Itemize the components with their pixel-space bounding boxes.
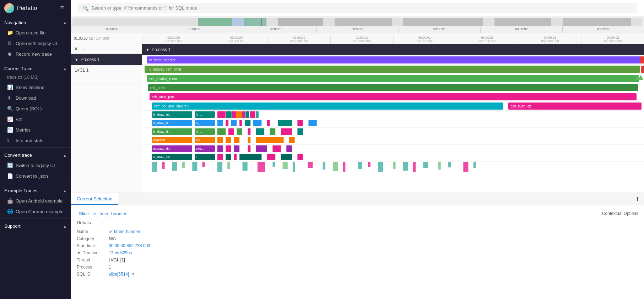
db-2 — [226, 111, 232, 118]
canvas-tick-3: 00:00:01858 000 000 — [330, 36, 393, 44]
track-row-dense-6[interactable]: lv_draw_sw... l... — [142, 153, 644, 162]
sidebar-item-show-timeline[interactable]: 📊 Show timeline — [0, 82, 71, 93]
detail-row-duration: ▼Duration 13ms 629us — [77, 249, 638, 256]
svg-rect-33 — [234, 154, 237, 160]
svg-rect-42 — [192, 162, 197, 171]
sidebar-item-switch-legacy[interactable]: 🔄 Switch to legacy UI — [0, 160, 71, 171]
dense-3-bar-1[interactable]: lv_draw_d... — [152, 128, 192, 135]
sidebar-item-info-stats[interactable]: ℹ Info and stats — [0, 135, 71, 146]
detail-key-sqlid: SQL ID — [77, 271, 109, 278]
track-row-6[interactable]: refr_obj_and_children call_flush_cb — [142, 101, 644, 111]
track-row-dense-3[interactable]: lv_draw_d... lv_... — [142, 128, 644, 136]
svg-rect-23 — [289, 137, 295, 143]
convert-trace-section-header[interactable]: Convert trace ▲ — [0, 149, 71, 160]
search-bar[interactable]: 🔍 — [78, 3, 637, 13]
track-row-4[interactable]: refr_area — [142, 83, 644, 92]
dense-4-bar-1[interactable]: dispatch — [152, 137, 192, 143]
svg-rect-51 — [308, 162, 313, 168]
track-label-row-4 — [71, 101, 142, 109]
track-bar-refr-invalid-areas[interactable]: refr_invalid_areas — [147, 75, 639, 82]
search-input[interactable] — [91, 5, 633, 11]
tick-0: 00:00:00 — [71, 27, 153, 33]
current-trace-section-header[interactable]: Current Trace ▲ — [0, 62, 71, 73]
track-bar-lv-display-refr-timer[interactable]: _lv_display_refr_timer — [145, 66, 640, 73]
detail-link-duration[interactable]: 13ms 629us — [109, 250, 132, 255]
track-row-dense-4[interactable]: dispatch dis... — [142, 136, 644, 145]
svg-rect-9 — [308, 120, 316, 126]
track-label-row-7 — [71, 126, 142, 135]
dense-6-bar-2[interactable]: l... — [195, 154, 215, 160]
track-row-dense-5[interactable]: execute_dr... exe... — [142, 145, 644, 153]
detail-link-name[interactable]: lv_timer_handler — [109, 229, 140, 234]
track-row-2[interactable]: _lv_display_refr_timer — [142, 65, 644, 74]
sidebar-item-viz[interactable]: 📈 Viz — [0, 114, 71, 124]
detail-link-starttime[interactable]: 00:00:00.852 738 000 — [109, 243, 150, 248]
track-bar-lv-timer-handler[interactable]: lv_timer_handler — [147, 56, 642, 63]
track-row-dense-2[interactable]: lv_draw_di... lv_... — [142, 119, 644, 128]
open-android-icon: 🤖 — [7, 198, 13, 204]
expand-icon[interactable]: ≡ — [82, 46, 85, 52]
svg-rect-50 — [293, 162, 295, 172]
process-name: Process 1 — [81, 57, 99, 62]
dense-bar-1[interactable]: lv_draw_re... — [152, 111, 192, 118]
dense-bar-2[interactable]: lv_... — [195, 111, 215, 118]
example-chevron-icon: ▲ — [63, 189, 67, 193]
tick-5: 00:00:02 — [480, 27, 562, 33]
dense-3-bar-2[interactable]: lv_... — [195, 128, 215, 135]
trace-view: 01:03:53 827 147 000 ✕ ≡ ▼ Process 1 LVG — [71, 33, 644, 193]
track-row-dense-1[interactable]: lv_draw_re... lv_... — [142, 111, 644, 119]
support-section-header[interactable]: Support ▲ — [0, 220, 71, 231]
track-row-5[interactable]: refr_area_part — [142, 92, 644, 101]
dense-2-bar-2[interactable]: lv_... — [195, 120, 215, 126]
svg-rect-40 — [172, 162, 177, 171]
tab-current-selection[interactable]: Current Selection — [71, 193, 118, 205]
sidebar-item-open-trace[interactable]: 📁 Open trace file — [0, 27, 71, 38]
track-bar-refr-area[interactable]: refr_area — [148, 84, 638, 91]
dense-4-bar-2[interactable]: dis... — [195, 137, 215, 143]
sidebar-item-metrics[interactable]: 📉 Metrics — [0, 124, 71, 135]
sidebar-item-query-sql[interactable]: 🔍 Query (SQL) — [0, 103, 71, 114]
track-bar-refr-obj-children[interactable]: refr_obj_and_children — [152, 103, 503, 110]
sidebar: Navigation ▲ 📁 Open trace file 🖥 Open wi… — [0, 16, 71, 299]
sidebar-item-open-android[interactable]: 🤖 Open Android example — [0, 195, 71, 206]
track-row-3[interactable]: refr_invalid_areas — [142, 74, 644, 83]
track-bar-refr-area-part[interactable]: refr_area_part — [150, 93, 637, 100]
track-row-flame[interactable] — [142, 162, 644, 172]
track-bar-call-flush-cb[interactable]: call_flush_cb — [508, 103, 641, 110]
process-header-label: ▼ Process 1 — [71, 54, 142, 65]
dense-5-bar-2[interactable]: exe... — [195, 145, 215, 152]
open-android-label: Open Android example — [16, 198, 63, 204]
svg-rect-57 — [378, 162, 383, 172]
dense-3-bar-group — [217, 128, 493, 135]
sidebar-item-download[interactable]: ⬇ Download — [0, 93, 71, 103]
dense-2-bar-1[interactable]: lv_draw_di... — [152, 120, 192, 126]
app-header: Perfetto ≡ 🔍 — [0, 0, 644, 16]
nav-section-header[interactable]: Navigation ▲ — [0, 16, 71, 27]
track-canvas[interactable]: 00:00:00852 000 000 00:00:00854 000 000 … — [142, 33, 644, 193]
sidebar-item-convert-json[interactable]: 📄 Convert to .json — [0, 171, 71, 181]
svg-rect-61 — [423, 162, 428, 168]
dense-5-bar-1[interactable]: execute_dr... — [152, 145, 192, 152]
duration-collapse-icon[interactable]: ▼ — [77, 250, 81, 255]
contextual-options-label[interactable]: Contextual Options — [602, 211, 638, 216]
pin-button[interactable]: ⬆ — [631, 194, 644, 205]
track-row-1[interactable]: lv_timer_handler — [142, 55, 644, 65]
sidebar-item-open-chrome[interactable]: 🌐 Open Chrome example — [0, 206, 71, 217]
selection-tabs: Current Selection ⬆ — [71, 193, 644, 205]
dense-6-bar-1[interactable]: lv_draw_sw... — [152, 154, 192, 160]
open-trace-icon: 📁 — [7, 30, 13, 35]
canvas-process-header: ▼ Process 1 — [142, 44, 644, 55]
collapse-icon[interactable]: ✕ — [74, 46, 79, 52]
overview-ruler: 00:00:00 00:00:00 00:00:01 00:00:01 00:0… — [71, 16, 644, 33]
sidebar-item-record-trace[interactable]: ⏺ Record new trace — [0, 49, 71, 59]
detail-link-sqlid[interactable]: slice[5514] — [109, 272, 129, 277]
sidebar-item-open-legacy[interactable]: 🖥 Open with legacy UI — [0, 38, 71, 49]
example-traces-section-header[interactable]: Example Traces ▲ — [0, 184, 71, 195]
timeline-area: 00:00:00 00:00:00 00:00:01 00:00:01 00:0… — [71, 16, 644, 193]
hamburger-button[interactable]: ≡ — [57, 3, 67, 13]
detail-val-starttime: 00:00:00.852 738 000 — [109, 242, 638, 249]
detail-row-category: Category N/A — [77, 235, 638, 242]
sqlid-dropdown-btn[interactable]: ▼ — [131, 272, 135, 277]
detail-row-starttime: Start time 00:00:00.852 738 000 — [77, 242, 638, 249]
svg-rect-1 — [226, 120, 228, 126]
